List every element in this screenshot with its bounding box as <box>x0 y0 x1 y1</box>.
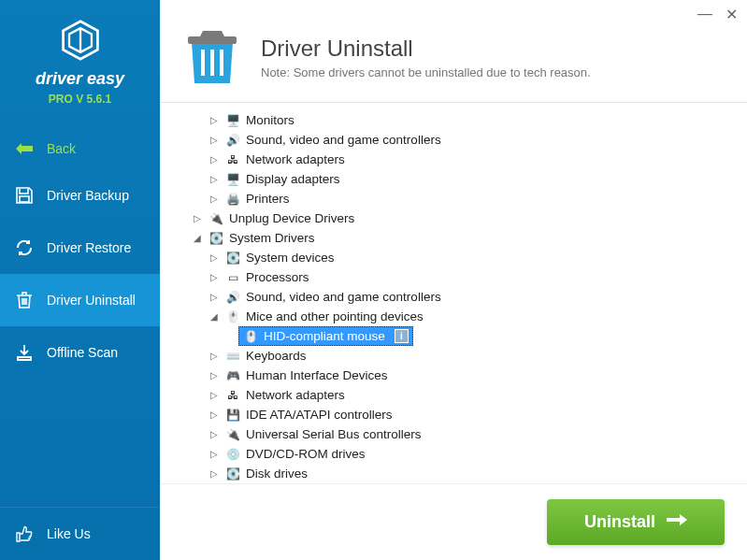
download-icon <box>15 343 34 362</box>
tree-node[interactable]: ▷🖨️Printers <box>160 189 747 208</box>
device-icon: 💿 <box>225 447 240 462</box>
expander-icon[interactable]: ▷ <box>208 468 220 479</box>
tree-node[interactable]: ▷💾IDE ATA/ATAPI controllers <box>160 405 747 424</box>
footer-nav: Like Us <box>0 507 160 560</box>
tree-node[interactable]: ▷🖧Network adapters <box>160 150 747 169</box>
tree-node[interactable]: ▷⌨️Keyboards <box>160 346 747 366</box>
device-icon: ▭ <box>225 270 240 285</box>
likeus-label: Like Us <box>47 526 91 541</box>
tree-node-label: Unplug Device Drivers <box>229 211 354 225</box>
tree-node[interactable]: ▷🖥️Display adapters <box>160 169 747 189</box>
back-button[interactable]: Back <box>0 128 160 169</box>
tree-node-label: IDE ATA/ATAPI controllers <box>246 408 393 422</box>
tree-node[interactable]: ▷🔊Sound, video and game controllers <box>160 130 747 150</box>
device-tree[interactable]: ▷🖥️Monitors▷🔊Sound, video and game contr… <box>160 103 747 483</box>
device-icon: 🖨️ <box>225 192 240 207</box>
device-icon: 💽 <box>225 467 240 481</box>
nav-label: Driver Restore <box>47 240 131 255</box>
expander-icon[interactable]: ▷ <box>208 115 220 125</box>
back-label: Back <box>47 141 76 156</box>
tree-node-label: Universal Serial Bus controllers <box>246 427 422 441</box>
tree-node[interactable]: ▷💽Disk drives <box>160 464 747 483</box>
device-icon: 🔌 <box>225 427 240 442</box>
tree-node[interactable]: ▷🔌Universal Serial Bus controllers <box>160 424 747 444</box>
device-icon: 🖧 <box>225 388 240 403</box>
tree-node-label: Sound, video and game controllers <box>246 133 441 147</box>
tree-node-label: Disk drives <box>246 467 308 481</box>
app-name: driver easy <box>9 69 151 89</box>
like-us-button[interactable]: Like Us <box>0 508 160 560</box>
nav: Back Driver Backup Driver Restore Driver… <box>0 128 160 507</box>
device-icon: 🎮 <box>225 368 240 383</box>
tree-node[interactable]: ▷🖥️Monitors <box>160 110 747 130</box>
refresh-icon <box>15 238 34 257</box>
device-icon: 🖱️ <box>225 309 240 324</box>
expander-icon[interactable]: ▷ <box>208 429 220 439</box>
uninstall-button[interactable]: Uninstall <box>547 499 725 545</box>
expander-icon[interactable]: ▷ <box>208 154 220 165</box>
page-header: Driver Uninstall Note: Some drivers cann… <box>160 23 747 103</box>
nav-label: Driver Uninstall <box>47 293 136 308</box>
page-note: Note: Some drivers cannot be uninstalled… <box>261 65 591 79</box>
app-version: PRO V 5.6.1 <box>9 93 151 106</box>
sidebar-item-restore[interactable]: Driver Restore <box>0 222 160 274</box>
expander-icon[interactable]: ▷ <box>208 135 220 145</box>
logo-icon <box>59 19 102 62</box>
expander-icon[interactable]: ▷ <box>208 292 220 302</box>
expander-icon[interactable]: ▷ <box>208 370 220 381</box>
expander-icon[interactable]: ▷ <box>192 213 203 223</box>
tree-node[interactable]: ◢🖱️Mice and other pointing devices <box>160 307 747 326</box>
nav-label: Offline Scan <box>47 345 118 360</box>
device-icon: 🖥️ <box>225 172 240 187</box>
expander-icon[interactable]: ◢ <box>192 233 203 243</box>
minimize-button[interactable]: — <box>697 6 712 23</box>
tree-node-label: Human Interface Devices <box>246 368 388 382</box>
expander-icon[interactable]: ▷ <box>208 351 220 361</box>
expander-icon[interactable]: ▷ <box>208 409 220 420</box>
tree-node[interactable]: ▷🖧Network adapters <box>160 385 747 405</box>
expander-icon[interactable]: ▷ <box>208 390 220 400</box>
device-icon: 🖱️ <box>243 329 258 344</box>
expander-icon[interactable]: ▷ <box>208 174 220 184</box>
expander-icon[interactable]: ▷ <box>208 449 220 459</box>
tree-node[interactable]: ▷💿DVD/CD-ROM drives <box>160 444 747 464</box>
tree-node-label: Monitors <box>246 113 294 127</box>
sidebar-item-backup[interactable]: Driver Backup <box>0 169 160 222</box>
tree-node[interactable]: 🖱️HID-compliant mousei <box>160 326 747 346</box>
expander-icon[interactable]: ▷ <box>208 194 220 204</box>
tree-node-label: Processors <box>246 270 309 284</box>
nav-label: Driver Backup <box>47 188 129 203</box>
tree-node[interactable]: ▷▭Processors <box>160 267 747 287</box>
sidebar-item-offline[interactable]: Offline Scan <box>0 326 160 379</box>
thumbs-up-icon <box>15 524 34 543</box>
titlebar: — ✕ <box>160 0 747 23</box>
tree-node-label: Network adapters <box>246 152 345 166</box>
save-icon <box>15 186 34 205</box>
close-button[interactable]: ✕ <box>725 6 738 23</box>
tree-node-label: HID-compliant mouse <box>264 329 385 343</box>
device-icon: ⌨️ <box>225 349 240 364</box>
page-title: Driver Uninstall <box>261 36 591 62</box>
tree-node[interactable]: ◢💽System Drivers <box>160 228 747 248</box>
tree-node-label: DVD/CD-ROM drives <box>246 447 366 461</box>
expander-icon[interactable]: ◢ <box>208 311 220 322</box>
tree-node-label: System devices <box>246 251 335 265</box>
tree-node[interactable]: ▷🔊Sound, video and game controllers <box>160 287 747 307</box>
tree-node-label: Mice and other pointing devices <box>246 309 424 323</box>
sidebar-item-uninstall[interactable]: Driver Uninstall <box>0 274 160 326</box>
tree-node-label: Keyboards <box>246 349 307 363</box>
expander-icon[interactable]: ▷ <box>208 272 220 282</box>
tree-node[interactable]: ▷🎮Human Interface Devices <box>160 366 747 385</box>
expander-icon[interactable]: ▷ <box>208 252 220 263</box>
device-icon: 💾 <box>225 408 240 423</box>
device-icon: 🔌 <box>208 211 223 226</box>
tree-node-label: Printers <box>246 192 290 206</box>
trash-icon <box>15 291 34 309</box>
tree-node[interactable]: ▷💽System devices <box>160 248 747 267</box>
info-icon[interactable]: i <box>395 329 409 343</box>
tree-node-label: Sound, video and game controllers <box>246 290 441 304</box>
sidebar: driver easy PRO V 5.6.1 Back Driver Back… <box>0 0 160 560</box>
device-icon: 💽 <box>208 231 223 246</box>
tree-node[interactable]: ▷🔌Unplug Device Drivers <box>160 208 747 228</box>
svg-rect-3 <box>188 36 237 44</box>
